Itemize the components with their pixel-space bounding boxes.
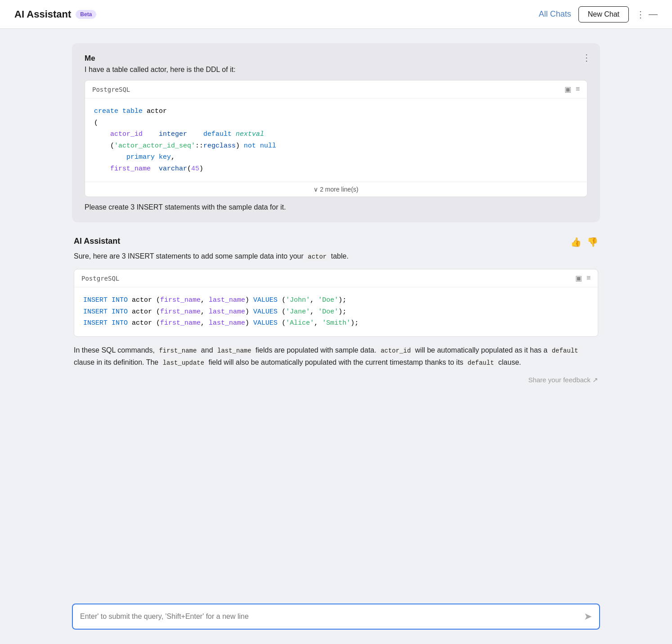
close-icon[interactable]: — [649,9,658,19]
code-content: create table actor ( actor_id integer de… [85,98,587,182]
ai-code-line-3: INSERT INTO actor (first_name, last_name… [83,318,589,329]
user-label: Me [85,54,587,63]
code-line-1: create table actor [94,106,578,117]
app-title: AI Assistant [14,9,71,20]
ai-format-icon[interactable]: ≡ [587,274,591,282]
thumbs-up-icon[interactable]: 👍 [570,237,582,247]
new-chat-button[interactable]: New Chat [578,6,629,22]
user-text-after: Please create 3 INSERT statements with t… [85,203,587,211]
chat-input[interactable] [80,613,579,621]
header-icons: ⋮ — [636,9,658,20]
more-options-icon[interactable]: ⋮ [636,9,645,20]
code-header-icons: ▣ ≡ [564,85,580,94]
ai-label: AI Assistant [74,237,120,246]
ai-code-header-icons: ▣ ≡ [575,274,591,282]
ai-code-line-1: INSERT INTO actor (first_name, last_name… [83,295,589,306]
ai-prose: In these SQL commands, first_name and la… [74,344,598,369]
user-text-before: I have a table called actor, here is the… [85,66,587,74]
code-line-4: ('actor_actor_id_seq'::regclass) not nul… [94,140,578,152]
header-right: All Chats New Chat ⋮ — [539,6,658,22]
code-line-3: actor_id integer default nextval [94,129,578,140]
ai-message: AI Assistant 👍 👎 Sure, here are 3 INSERT… [72,237,600,388]
actor-inline-code: actor [305,253,329,261]
prose-code-actor-id: actor_id [378,347,413,355]
header-left: AI Assistant Beta [14,9,96,20]
user-code-block: PostgreSQL ▣ ≡ create table actor ( acto… [85,80,587,197]
beta-badge: Beta [76,10,96,19]
prose-code-default2: default [466,359,497,367]
input-area: ➤ [72,604,600,630]
ai-feedback-icons: 👍 👎 [570,237,598,247]
code-language: PostgreSQL [92,86,130,93]
code-header: PostgreSQL ▣ ≡ [85,80,587,98]
ai-code-content: INSERT INTO actor (first_name, last_name… [74,287,598,336]
ai-code-line-2: INSERT INTO actor (first_name, last_name… [83,306,589,318]
send-icon[interactable]: ➤ [584,611,592,622]
app-header: AI Assistant Beta All Chats New Chat ⋮ — [0,0,672,29]
ai-code-header: PostgreSQL ▣ ≡ [74,269,598,287]
prose-code-default1: default [550,347,581,355]
all-chats-link[interactable]: All Chats [539,9,571,19]
user-message: Me I have a table called actor, here is … [72,43,600,222]
ai-intro-text: Sure, here are 3 INSERT statements to ad… [74,251,598,262]
code-line-5: primary key, [94,152,578,163]
copy-icon[interactable]: ▣ [564,85,571,94]
ai-header: AI Assistant 👍 👎 [74,237,598,247]
code-line-6: first_name varchar(45) [94,163,578,175]
message-options-icon[interactable]: ⋮ [582,52,591,63]
share-feedback[interactable]: Share your feedback ↗ [74,376,598,388]
prose-code-last-update: last_update [161,359,206,367]
ai-code-language: PostgreSQL [81,275,119,282]
thumbs-down-icon[interactable]: 👎 [587,237,598,247]
code-line-2: ( [94,117,578,129]
format-icon[interactable]: ≡ [576,85,580,94]
prose-code-last-name: last_name [215,347,254,355]
main-content: Me I have a table called actor, here is … [0,29,672,596]
ai-copy-icon[interactable]: ▣ [575,274,582,282]
prose-code-first-name: first_name [157,347,199,355]
ai-code-block: PostgreSQL ▣ ≡ INSERT INTO actor (first_… [74,269,598,337]
code-expand[interactable]: ∨ 2 more line(s) [85,182,587,197]
